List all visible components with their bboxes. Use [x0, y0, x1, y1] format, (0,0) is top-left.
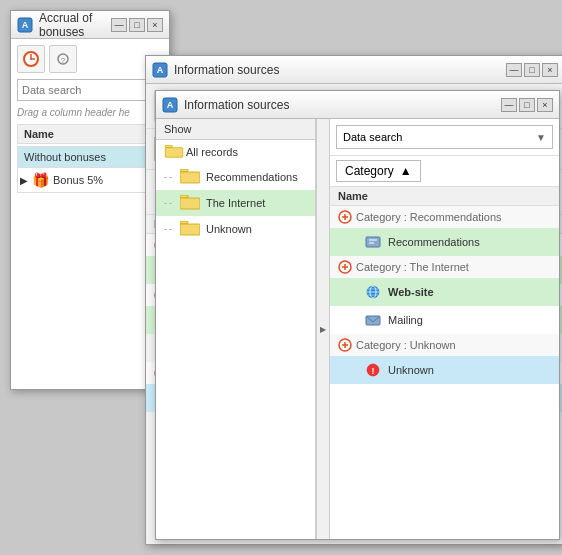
- accrual-window-controls: — □ ×: [111, 18, 163, 32]
- accrual-title-icon: A: [17, 17, 33, 33]
- tree-line-unknown: [164, 229, 172, 230]
- info-back-maximize-btn[interactable]: □: [524, 63, 540, 77]
- panel-resize-handle[interactable]: ▶: [316, 119, 330, 539]
- folder-icon-all: [164, 145, 180, 159]
- accrual-titlebar: A Accrual of bonuses — □ ×: [11, 11, 169, 39]
- right-filter-area: Category ▲: [330, 156, 559, 186]
- info-back-controls: — □ ×: [506, 63, 558, 77]
- accrual-col-name: Name: [17, 124, 163, 144]
- mail-data-icon: [364, 311, 382, 329]
- accrual-clock-btn[interactable]: [17, 45, 45, 73]
- svg-rect-36: [165, 148, 183, 158]
- data-row-mailing[interactable]: Mailing: [330, 306, 559, 334]
- tree-line-rec: [164, 177, 172, 178]
- resize-arrow-icon: ▶: [320, 325, 326, 334]
- info-front-title: Information sources: [184, 98, 495, 112]
- right-col-name: Name: [330, 186, 559, 206]
- svg-rect-41: [180, 221, 188, 224]
- data-row-unknown-item[interactable]: ! Unknown: [330, 356, 559, 384]
- search-dropdown-arrow-icon: ▼: [536, 132, 546, 143]
- info-back-titlebar: A Information sources — □ ×: [146, 56, 562, 84]
- info-front-minimize-btn[interactable]: —: [501, 98, 517, 112]
- category-label-recommendations: Category : Recommendations: [330, 206, 559, 228]
- right-table: Category : Recommendations Recommendatio…: [330, 206, 559, 539]
- folder-icon-unknown: [180, 221, 200, 237]
- accrual-search-input[interactable]: [17, 79, 163, 101]
- info-front-body: Show All records: [156, 119, 559, 539]
- data-row-rec[interactable]: Recommendations: [330, 228, 559, 256]
- category-label-unknown: Category : Unknown: [330, 334, 559, 356]
- show-header: Show: [156, 119, 315, 140]
- info-back-close-btn[interactable]: ×: [542, 63, 558, 77]
- info-front-window: A Information sources — □ × Show: [155, 90, 560, 540]
- info-front-right-panel: Data search ▼ Category ▲ Name: [330, 119, 559, 539]
- tree-item-recommendations[interactable]: Recommendations: [156, 164, 315, 190]
- accrual-title: Accrual of bonuses: [39, 11, 105, 39]
- web-data-icon: [364, 283, 382, 301]
- info-front-controls: — □ ×: [501, 98, 553, 112]
- info-front-left-panel: Show All records: [156, 119, 316, 539]
- category-filter-btn[interactable]: Category ▲: [336, 160, 421, 182]
- unknown-data-icon: !: [364, 361, 382, 379]
- svg-text:!: !: [372, 366, 375, 376]
- svg-text:A: A: [22, 20, 29, 30]
- right-search-area: Data search ▼: [330, 119, 559, 156]
- info-front-maximize-btn[interactable]: □: [519, 98, 535, 112]
- svg-rect-42: [180, 224, 200, 235]
- category-icon-rec: [338, 210, 352, 224]
- accrual-toolbar: ?: [17, 45, 163, 73]
- table-row[interactable]: Without bonuses: [18, 147, 162, 168]
- svg-text:A: A: [167, 100, 174, 110]
- svg-text:?: ?: [61, 56, 66, 65]
- info-back-minimize-btn[interactable]: —: [506, 63, 522, 77]
- info-back-title: Information sources: [174, 63, 500, 77]
- folder-icon-rec: [180, 169, 200, 185]
- tree-item-unknown[interactable]: Unknown: [156, 216, 315, 242]
- accrual-maximize-btn[interactable]: □: [129, 18, 145, 32]
- category-icon-internet: [338, 260, 352, 274]
- data-row-website[interactable]: Web-site: [330, 278, 559, 306]
- rec-data-icon: [364, 233, 382, 251]
- accrual-drag-hint: Drag a column header he: [17, 107, 163, 118]
- svg-rect-35: [165, 145, 172, 148]
- info-back-title-icon: A: [152, 62, 168, 78]
- accrual-minimize-btn[interactable]: —: [111, 18, 127, 32]
- tree-item-all-records[interactable]: All records: [156, 140, 315, 164]
- gift-icon: 🎁: [32, 172, 49, 188]
- svg-rect-46: [366, 237, 380, 247]
- accrual-table: Without bonuses ▶ 🎁 Bonus 5%: [17, 146, 163, 193]
- table-row[interactable]: ▶ 🎁 Bonus 5%: [18, 168, 162, 192]
- category-icon-unknown: [338, 338, 352, 352]
- info-front-titlebar: A Information sources — □ ×: [156, 91, 559, 119]
- svg-rect-37: [180, 169, 188, 172]
- tree-area: All records Recommendations: [156, 140, 315, 539]
- info-front-title-icon: A: [162, 97, 178, 113]
- svg-rect-40: [180, 198, 200, 209]
- accrual-close-btn[interactable]: ×: [147, 18, 163, 32]
- tree-line-internet: [164, 203, 172, 204]
- category-label-internet: Category : The Internet: [330, 256, 559, 278]
- svg-rect-38: [180, 172, 200, 183]
- svg-text:A: A: [157, 65, 164, 75]
- right-search-dropdown[interactable]: Data search ▼: [336, 125, 553, 149]
- svg-point-5: [30, 58, 32, 60]
- folder-icon-internet: [180, 195, 200, 211]
- svg-rect-39: [180, 195, 188, 198]
- info-front-close-btn[interactable]: ×: [537, 98, 553, 112]
- accrual-nav-btn[interactable]: ?: [49, 45, 77, 73]
- row-expand-arrow: ▶: [20, 175, 28, 186]
- filter-up-arrow-icon: ▲: [400, 164, 412, 178]
- tree-item-internet[interactable]: The Internet: [156, 190, 315, 216]
